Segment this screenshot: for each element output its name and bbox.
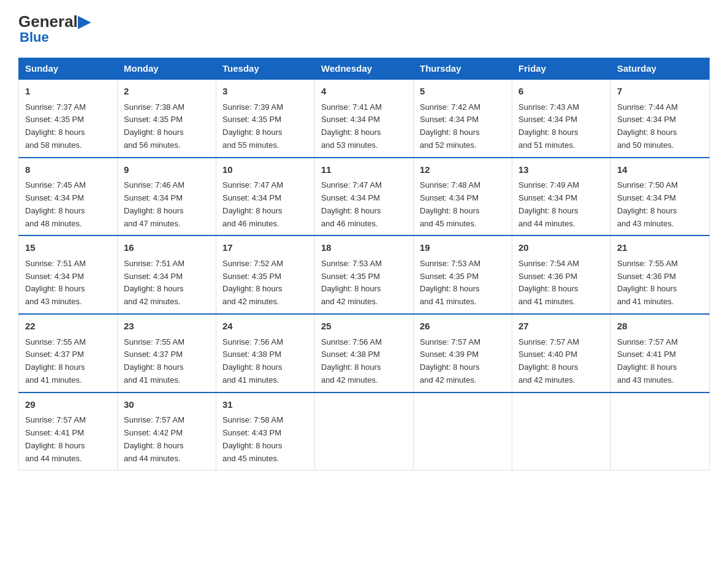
logo: General▶ Blue bbox=[18, 12, 90, 45]
calendar-cell bbox=[414, 393, 512, 470]
day-number: 22 bbox=[25, 320, 111, 334]
day-info: Sunrise: 7:38 AMSunset: 4:35 PMDaylight:… bbox=[124, 101, 210, 152]
day-number: 9 bbox=[124, 163, 210, 177]
header-wednesday: Wednesday bbox=[315, 58, 414, 80]
day-info: Sunrise: 7:55 AMSunset: 4:37 PMDaylight:… bbox=[124, 336, 210, 387]
day-number: 10 bbox=[222, 163, 308, 177]
calendar-cell: 3Sunrise: 7:39 AMSunset: 4:35 PMDaylight… bbox=[216, 79, 315, 158]
day-number: 5 bbox=[420, 85, 506, 99]
day-number: 11 bbox=[321, 163, 407, 177]
header-saturday: Saturday bbox=[611, 58, 710, 80]
day-info: Sunrise: 7:57 AMSunset: 4:41 PMDaylight:… bbox=[25, 414, 111, 465]
calendar-cell: 18Sunrise: 7:53 AMSunset: 4:35 PMDayligh… bbox=[315, 236, 414, 314]
day-info: Sunrise: 7:51 AMSunset: 4:34 PMDaylight:… bbox=[124, 258, 210, 308]
logo-blue-text: Blue bbox=[20, 29, 90, 45]
calendar-cell: 19Sunrise: 7:53 AMSunset: 4:35 PMDayligh… bbox=[414, 236, 512, 314]
day-number: 14 bbox=[617, 163, 703, 177]
day-number: 12 bbox=[420, 163, 506, 177]
day-number: 24 bbox=[222, 320, 308, 334]
calendar-table: Sunday Monday Tuesday Wednesday Thursday… bbox=[18, 58, 710, 470]
day-info: Sunrise: 7:57 AMSunset: 4:39 PMDaylight:… bbox=[420, 336, 506, 387]
day-info: Sunrise: 7:50 AMSunset: 4:34 PMDaylight:… bbox=[617, 179, 703, 230]
header-thursday: Thursday bbox=[414, 58, 512, 80]
calendar-cell: 23Sunrise: 7:55 AMSunset: 4:37 PMDayligh… bbox=[118, 314, 216, 393]
day-info: Sunrise: 7:51 AMSunset: 4:34 PMDaylight:… bbox=[25, 258, 111, 308]
day-info: Sunrise: 7:39 AMSunset: 4:35 PMDaylight:… bbox=[222, 101, 308, 152]
day-number: 23 bbox=[124, 320, 210, 334]
calendar-cell: 13Sunrise: 7:49 AMSunset: 4:34 PMDayligh… bbox=[512, 158, 611, 236]
day-number: 13 bbox=[518, 163, 604, 177]
day-info: Sunrise: 7:56 AMSunset: 4:38 PMDaylight:… bbox=[222, 336, 308, 387]
day-info: Sunrise: 7:37 AMSunset: 4:35 PMDaylight:… bbox=[25, 101, 111, 152]
calendar-cell: 26Sunrise: 7:57 AMSunset: 4:39 PMDayligh… bbox=[414, 314, 512, 393]
calendar-cell: 27Sunrise: 7:57 AMSunset: 4:40 PMDayligh… bbox=[512, 314, 611, 393]
calendar-cell: 7Sunrise: 7:44 AMSunset: 4:34 PMDaylight… bbox=[611, 79, 710, 158]
day-number: 4 bbox=[321, 85, 407, 99]
calendar-cell: 20Sunrise: 7:54 AMSunset: 4:36 PMDayligh… bbox=[512, 236, 611, 314]
calendar-cell: 30Sunrise: 7:57 AMSunset: 4:42 PMDayligh… bbox=[118, 393, 216, 470]
calendar-cell: 31Sunrise: 7:58 AMSunset: 4:43 PMDayligh… bbox=[216, 393, 315, 470]
day-info: Sunrise: 7:46 AMSunset: 4:34 PMDaylight:… bbox=[124, 179, 210, 230]
calendar-cell: 16Sunrise: 7:51 AMSunset: 4:34 PMDayligh… bbox=[118, 236, 216, 314]
calendar-cell bbox=[512, 393, 611, 470]
day-number: 27 bbox=[518, 320, 604, 334]
calendar-cell: 28Sunrise: 7:57 AMSunset: 4:41 PMDayligh… bbox=[611, 314, 710, 393]
header-tuesday: Tuesday bbox=[216, 58, 315, 80]
calendar-cell: 17Sunrise: 7:52 AMSunset: 4:35 PMDayligh… bbox=[216, 236, 315, 314]
day-info: Sunrise: 7:54 AMSunset: 4:36 PMDaylight:… bbox=[518, 258, 604, 308]
logo-blue-triangle: ▶ bbox=[78, 12, 90, 31]
day-info: Sunrise: 7:42 AMSunset: 4:34 PMDaylight:… bbox=[420, 101, 506, 152]
day-number: 21 bbox=[617, 241, 703, 255]
calendar-cell: 1Sunrise: 7:37 AMSunset: 4:35 PMDaylight… bbox=[19, 79, 118, 158]
day-number: 28 bbox=[617, 320, 703, 334]
day-number: 15 bbox=[25, 241, 111, 255]
day-number: 8 bbox=[25, 163, 111, 177]
header-monday: Monday bbox=[118, 58, 216, 80]
calendar-cell bbox=[611, 393, 710, 470]
calendar-cell: 6Sunrise: 7:43 AMSunset: 4:34 PMDaylight… bbox=[512, 79, 611, 158]
calendar-week-4: 22Sunrise: 7:55 AMSunset: 4:37 PMDayligh… bbox=[19, 314, 710, 393]
day-info: Sunrise: 7:58 AMSunset: 4:43 PMDaylight:… bbox=[222, 414, 308, 465]
day-number: 31 bbox=[222, 398, 308, 412]
day-number: 20 bbox=[518, 241, 604, 255]
calendar-cell: 25Sunrise: 7:56 AMSunset: 4:38 PMDayligh… bbox=[315, 314, 414, 393]
day-info: Sunrise: 7:52 AMSunset: 4:35 PMDaylight:… bbox=[222, 258, 308, 308]
calendar-header-row: Sunday Monday Tuesday Wednesday Thursday… bbox=[19, 58, 710, 80]
day-number: 29 bbox=[25, 398, 111, 412]
day-info: Sunrise: 7:53 AMSunset: 4:35 PMDaylight:… bbox=[321, 258, 407, 308]
day-info: Sunrise: 7:43 AMSunset: 4:34 PMDaylight:… bbox=[518, 101, 604, 152]
day-info: Sunrise: 7:44 AMSunset: 4:34 PMDaylight:… bbox=[617, 101, 703, 152]
day-info: Sunrise: 7:57 AMSunset: 4:42 PMDaylight:… bbox=[124, 414, 210, 465]
calendar-cell: 2Sunrise: 7:38 AMSunset: 4:35 PMDaylight… bbox=[118, 79, 216, 158]
day-number: 7 bbox=[617, 85, 703, 99]
day-info: Sunrise: 7:56 AMSunset: 4:38 PMDaylight:… bbox=[321, 336, 407, 387]
calendar-cell: 4Sunrise: 7:41 AMSunset: 4:34 PMDaylight… bbox=[315, 79, 414, 158]
calendar-cell: 14Sunrise: 7:50 AMSunset: 4:34 PMDayligh… bbox=[611, 158, 710, 236]
calendar-cell: 10Sunrise: 7:47 AMSunset: 4:34 PMDayligh… bbox=[216, 158, 315, 236]
day-info: Sunrise: 7:49 AMSunset: 4:34 PMDaylight:… bbox=[518, 179, 604, 230]
calendar-cell: 21Sunrise: 7:55 AMSunset: 4:36 PMDayligh… bbox=[611, 236, 710, 314]
calendar-cell: 15Sunrise: 7:51 AMSunset: 4:34 PMDayligh… bbox=[19, 236, 118, 314]
day-info: Sunrise: 7:47 AMSunset: 4:34 PMDaylight:… bbox=[321, 179, 407, 230]
day-number: 19 bbox=[420, 241, 506, 255]
day-number: 26 bbox=[420, 320, 506, 334]
day-info: Sunrise: 7:57 AMSunset: 4:41 PMDaylight:… bbox=[617, 336, 703, 387]
calendar-cell: 11Sunrise: 7:47 AMSunset: 4:34 PMDayligh… bbox=[315, 158, 414, 236]
calendar-week-1: 1Sunrise: 7:37 AMSunset: 4:35 PMDaylight… bbox=[19, 79, 710, 158]
day-info: Sunrise: 7:55 AMSunset: 4:36 PMDaylight:… bbox=[617, 258, 703, 308]
calendar-week-5: 29Sunrise: 7:57 AMSunset: 4:41 PMDayligh… bbox=[19, 393, 710, 470]
calendar-cell: 29Sunrise: 7:57 AMSunset: 4:41 PMDayligh… bbox=[19, 393, 118, 470]
day-number: 30 bbox=[124, 398, 210, 412]
day-number: 6 bbox=[518, 85, 604, 99]
day-info: Sunrise: 7:45 AMSunset: 4:34 PMDaylight:… bbox=[25, 179, 111, 230]
calendar-cell: 5Sunrise: 7:42 AMSunset: 4:34 PMDaylight… bbox=[414, 79, 512, 158]
day-number: 17 bbox=[222, 241, 308, 255]
day-number: 25 bbox=[321, 320, 407, 334]
day-info: Sunrise: 7:57 AMSunset: 4:40 PMDaylight:… bbox=[518, 336, 604, 387]
calendar-cell: 8Sunrise: 7:45 AMSunset: 4:34 PMDaylight… bbox=[19, 158, 118, 236]
day-info: Sunrise: 7:55 AMSunset: 4:37 PMDaylight:… bbox=[25, 336, 111, 387]
header-friday: Friday bbox=[512, 58, 611, 80]
header-sunday: Sunday bbox=[19, 58, 118, 80]
calendar-cell: 9Sunrise: 7:46 AMSunset: 4:34 PMDaylight… bbox=[118, 158, 216, 236]
calendar-cell: 24Sunrise: 7:56 AMSunset: 4:38 PMDayligh… bbox=[216, 314, 315, 393]
